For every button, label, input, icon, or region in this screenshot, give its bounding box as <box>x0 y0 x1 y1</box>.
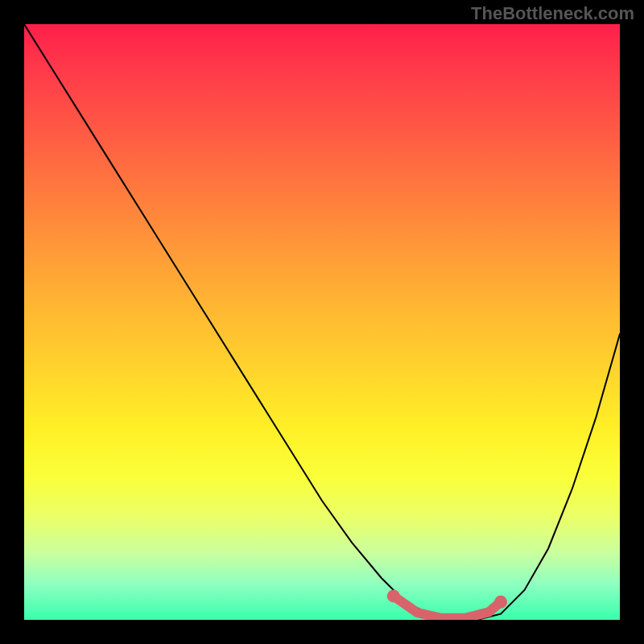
optimal-range-endpoint-right <box>494 596 507 609</box>
watermark-text: TheBottleneck.com <box>471 3 634 24</box>
optimal-range-endpoint-left <box>387 589 400 602</box>
bottleneck-curve-path <box>24 24 620 620</box>
optimal-range-highlight <box>394 596 501 617</box>
chart-svg <box>24 24 620 620</box>
plot-area <box>24 24 620 620</box>
